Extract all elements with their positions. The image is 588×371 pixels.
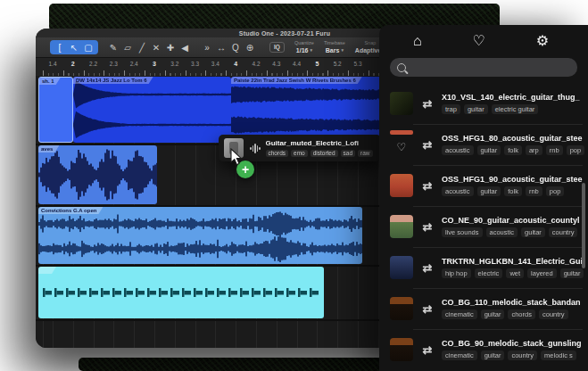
list-item[interactable]: ⇄ X10_VSL_140_electric_guitar_thug_ trap…	[379, 83, 588, 124]
list-item[interactable]: ⇄ OSS_HFG1_90_acoustic_guitar_stee acous…	[379, 165, 588, 206]
sample-browser-panel: ⌂ ♡ ⚙ ⇄ X10_VSL_140_electric_guitar_thug…	[379, 25, 588, 371]
sample-artwork	[390, 297, 413, 320]
audio-clip-vocal[interactable]: aves	[38, 145, 157, 204]
tag-chip: distorted	[311, 150, 338, 157]
gear-icon[interactable]: ⚙	[536, 34, 549, 48]
tag-chip: guitar	[477, 186, 501, 196]
mute-tool-icon[interactable]: ✕	[149, 40, 163, 54]
ruler-tick-label: 4	[234, 61, 237, 67]
range-select-icon[interactable]: ▢	[81, 40, 95, 54]
tag-chip: cinematic	[442, 309, 477, 319]
clip-name: Convictions G.A open	[38, 207, 103, 214]
list-item[interactable]: ♡ ⇄ OSS_HFG1_80_acoustic_guitar_stee aco…	[379, 124, 588, 165]
bracket-select-icon[interactable]: [	[53, 40, 67, 54]
tag-chip: trap	[442, 104, 460, 114]
drag-preview-tooltip: Guitar_muted_Electric_Lofi chordsemodist…	[219, 135, 381, 161]
tag-chip: country	[549, 227, 578, 237]
tag-chip: cinematic	[442, 350, 477, 360]
tag-chip: guitar	[560, 268, 584, 278]
timebase-dropdown[interactable]: Timebase Bars▾	[324, 41, 345, 54]
sample-artwork	[390, 256, 413, 279]
selection-tool-group[interactable]: [↖▢	[50, 40, 98, 54]
tag-chip: electric guitar	[492, 104, 539, 114]
sample-title: X10_VSL_140_electric_guitar_thug_	[442, 93, 588, 102]
ruler-tick-label: 5	[315, 61, 319, 67]
tag-chip: pop	[567, 145, 585, 155]
sample-tags: live soundsacousticguitarcountry	[442, 227, 588, 237]
tag-chip: folk	[504, 186, 522, 196]
drag-sample-tags: chordsemodistortedsadrawtops	[266, 150, 377, 157]
quantize-label: Quantize	[294, 41, 314, 46]
heart-outline-icon[interactable]: ♡	[397, 142, 407, 153]
snap-label: Snap	[364, 41, 376, 46]
sample-artwork	[390, 92, 413, 115]
loop-icon[interactable]: ⇄	[420, 343, 435, 357]
sample-tags: cinematicguitarchordscountry	[442, 309, 588, 319]
ruler-tick-label: 3.3	[191, 61, 199, 67]
search-icon	[397, 63, 406, 72]
loop-icon[interactable]: ⇄	[420, 261, 435, 275]
quantize-dropdown[interactable]: Quantize 1/16▾	[294, 41, 314, 54]
list-item[interactable]: ⇄ CO_BG_90_melodic_stack_gunsling cinema…	[379, 329, 588, 370]
mouse-cursor-icon	[230, 148, 243, 169]
sample-title: TRKTRN_HGLKBN_141_Electric_Gui	[442, 257, 588, 266]
audio-clip-hats[interactable]	[38, 267, 324, 318]
window-title: Studio One - 2023-07-21 Furu	[239, 30, 330, 37]
target-tool-icon[interactable]: ⊕	[243, 40, 257, 54]
bend-tool-icon[interactable]: ✚	[163, 40, 178, 54]
sample-title: CO_NE_90_guitar_acoustic_countyl	[442, 216, 588, 225]
tag-chip: guitar	[464, 104, 488, 114]
pencil-tool-icon[interactable]: ✎	[106, 40, 120, 54]
search-bar[interactable]	[390, 58, 577, 77]
sample-artwork	[390, 174, 413, 197]
list-item[interactable]: ⇄ TRKTRN_HGLKBN_141_Electric_Gui hip hop…	[379, 247, 588, 288]
loop-icon[interactable]: ⇄	[420, 97, 435, 111]
tag-chip: live sounds	[442, 227, 483, 237]
list-item[interactable]: ⇄ CO_NE_90_guitar_acoustic_countyl live …	[379, 206, 588, 247]
arrow-cursor-icon[interactable]: ↖	[67, 40, 81, 54]
clip-name: Paiste 22in Trad Jazz Swish W Rivets Bru…	[231, 77, 362, 84]
ruler-tick-label: 4.4	[293, 61, 301, 67]
tag-chip: guitar	[477, 145, 501, 155]
home-icon[interactable]: ⌂	[413, 34, 422, 48]
panel-nav: ⌂ ♡ ⚙	[379, 25, 588, 48]
loop-icon[interactable]: ⇄	[420, 220, 435, 234]
tag-chip: folk	[504, 145, 522, 155]
ruler-tick-label: 3	[153, 61, 156, 67]
waveform	[73, 77, 231, 143]
sample-title: OSS_HFG1_80_acoustic_guitar_stee	[442, 134, 588, 143]
tag-chip: raw	[358, 150, 372, 157]
scrollbar[interactable]	[582, 183, 585, 268]
iq-button[interactable]: IQ	[269, 42, 285, 54]
tag-chip: pop	[546, 186, 565, 196]
snap-value: Adaptive	[355, 47, 382, 54]
play-offset-tool-icon[interactable]: »	[200, 40, 214, 54]
line-tool-icon[interactable]: ╱	[135, 40, 149, 54]
tag-chip: electric	[475, 268, 503, 278]
loop-icon[interactable]: ⇄	[420, 138, 435, 152]
heart-icon[interactable]: ♡	[472, 34, 484, 48]
listen-tool-icon[interactable]: ◀	[178, 40, 192, 54]
ruler-tick-label: 2.4	[130, 61, 138, 67]
sample-tags: hip hopelectricwetlayeredguitar	[442, 268, 588, 278]
loop-icon[interactable]: ⇄	[420, 179, 435, 193]
audio-clip-selected[interactable]: sh. 1	[38, 77, 73, 143]
search-input[interactable]	[411, 62, 570, 73]
waveform	[38, 207, 362, 264]
waveform-icon	[250, 144, 261, 153]
zoom-tool-icon[interactable]: Q	[228, 40, 243, 54]
tag-chip: country	[539, 309, 568, 319]
artwork-edge	[390, 130, 413, 135]
tag-chip: hip hop	[442, 268, 471, 278]
tag-chip: country	[508, 350, 537, 360]
chevron-down-icon: ▾	[341, 48, 344, 53]
stretch-tool-icon[interactable]: ↔	[214, 40, 228, 54]
list-item[interactable]: ⇄ CO_BG_110_melodic_stack_bandan cinemat…	[379, 288, 588, 329]
eraser-tool-icon[interactable]: ▱	[120, 40, 135, 54]
sample-artwork	[390, 215, 413, 238]
tag-chip: rnb	[526, 186, 542, 196]
loop-icon[interactable]: ⇄	[420, 302, 435, 316]
audio-clip-guitar[interactable]: Convictions G.A open	[38, 207, 362, 264]
tag-chip: wet	[506, 268, 524, 278]
audio-clip-tom[interactable]: DW 14x14 JS Jazz Lo Tom 6	[73, 77, 231, 143]
